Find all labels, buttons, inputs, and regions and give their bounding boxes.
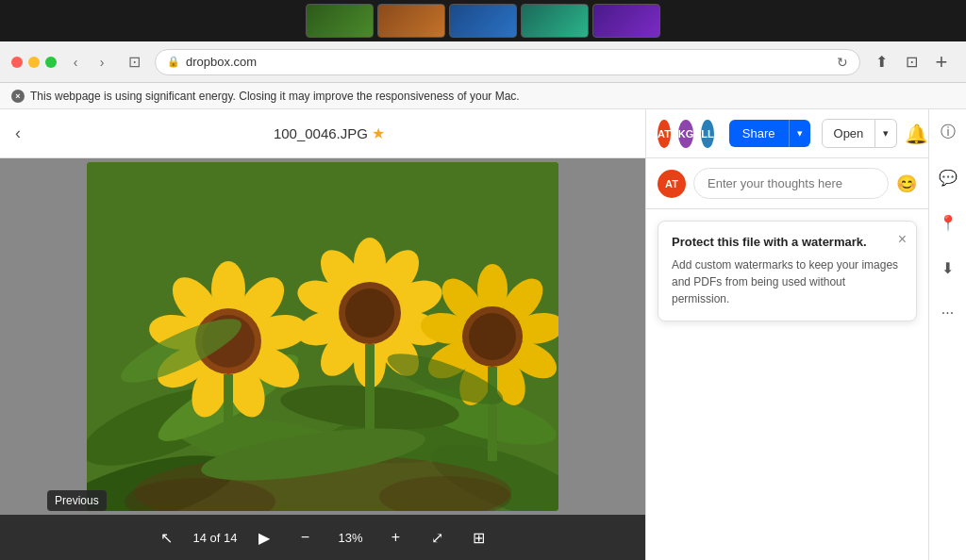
viewer-header: ‹ 100_0046.JPG ★ xyxy=(0,109,645,158)
download-icon: ⬇ xyxy=(941,259,954,277)
favorite-star-icon[interactable]: ★ xyxy=(372,125,385,141)
tab-view-button[interactable]: ⊡ xyxy=(121,49,147,75)
file-name-text: 100_0046.JPG xyxy=(274,125,368,141)
next-page-button[interactable]: ▶ xyxy=(249,522,279,552)
activity-sidebar-button[interactable]: 📍 xyxy=(933,207,963,238)
avatar-kg-initials: KG xyxy=(678,128,694,140)
svg-point-47 xyxy=(469,313,516,360)
more-icon: ··· xyxy=(941,305,954,321)
right-panel-header: AT KG LL Share ▾ Open ▾ 🔔 xyxy=(646,109,928,158)
comment-input[interactable] xyxy=(693,168,889,199)
address-bar[interactable]: 🔒 dropbox.com ↻ xyxy=(155,49,860,75)
previous-tooltip: Previous xyxy=(47,490,107,511)
next-icon: ▶ xyxy=(258,529,270,547)
watermark-popup-body: Add custom watermarks to keep your image… xyxy=(672,256,903,307)
download-sidebar-button[interactable]: ⬇ xyxy=(933,253,963,283)
video-thumb-3[interactable] xyxy=(449,4,517,38)
viewer-area: ‹ 100_0046.JPG ★ xyxy=(0,109,645,560)
viewer-back-button[interactable]: ‹ xyxy=(15,124,21,143)
add-bookmark-button[interactable]: ⊡ xyxy=(898,49,924,75)
notifications-button[interactable]: 🔔 xyxy=(905,123,928,145)
grid-icon: ⊞ xyxy=(473,529,485,547)
share-button[interactable]: Share xyxy=(729,120,789,147)
emoji-button[interactable]: 😊 xyxy=(896,173,917,194)
comments-sidebar-button[interactable]: 💬 xyxy=(933,162,963,192)
maximize-window-button[interactable] xyxy=(45,57,57,68)
avatar-at-initials: AT xyxy=(658,128,671,140)
svg-rect-48 xyxy=(488,367,497,461)
browser-chrome: ‹ › ⊡ 🔒 dropbox.com ↻ ⬆ ⊡ + xyxy=(0,41,966,83)
zoom-in-icon: + xyxy=(391,529,400,546)
forward-button[interactable]: › xyxy=(91,51,113,74)
activity-icon: 📍 xyxy=(939,214,958,232)
page-count-text: 14 of 14 xyxy=(193,531,238,545)
fullscreen-icon: ⤢ xyxy=(431,529,443,547)
main-content: ‹ 100_0046.JPG ★ xyxy=(0,109,966,560)
zoom-in-button[interactable]: + xyxy=(381,522,411,552)
avatar-kg: KG xyxy=(678,120,694,148)
right-panel: AT KG LL Share ▾ Open ▾ 🔔 AT xyxy=(645,109,928,560)
grid-view-button[interactable]: ⊞ xyxy=(464,522,494,552)
flower-image xyxy=(87,162,558,511)
bell-icon: 🔔 xyxy=(905,124,928,144)
open-dropdown-button[interactable]: ▾ xyxy=(875,119,897,148)
zoom-level-text: 13% xyxy=(332,531,370,545)
share-dropdown-button[interactable]: ▾ xyxy=(789,120,810,147)
comment-avatar: AT xyxy=(658,170,686,198)
minimize-window-button[interactable] xyxy=(28,57,40,68)
avatar-ll-initials: LL xyxy=(701,128,713,140)
info-icon: ⓘ xyxy=(941,123,956,142)
new-tab-button[interactable]: + xyxy=(928,49,955,75)
cursor-tool-button[interactable]: ↖ xyxy=(152,522,182,552)
video-thumb-5[interactable] xyxy=(592,4,660,38)
warning-close-button[interactable]: × xyxy=(11,90,25,103)
energy-warning-text: This webpage is using significant energy… xyxy=(30,90,520,103)
watermark-popup: × Protect this file with a watermark. Ad… xyxy=(658,221,917,321)
info-sidebar-button[interactable]: ⓘ xyxy=(933,117,963,147)
right-sidebar-icons: ⓘ 💬 📍 ⬇ ··· xyxy=(928,109,966,560)
back-button[interactable]: ‹ xyxy=(64,51,87,74)
refresh-button[interactable]: ↻ xyxy=(837,55,848,70)
svg-point-35 xyxy=(345,288,394,338)
video-thumb-1[interactable] xyxy=(306,4,374,38)
lock-icon: 🔒 xyxy=(167,56,180,68)
traffic-lights xyxy=(11,57,57,68)
video-thumb-2[interactable] xyxy=(377,4,445,38)
avatar-at: AT xyxy=(658,120,671,148)
image-container xyxy=(0,158,645,515)
open-button[interactable]: Open xyxy=(822,119,876,148)
zoom-out-button[interactable]: − xyxy=(291,522,321,552)
energy-warning-bar: × This webpage is using significant ener… xyxy=(0,83,966,109)
url-text: dropbox.com xyxy=(186,55,257,69)
close-window-button[interactable] xyxy=(11,57,23,68)
nav-buttons: ‹ › xyxy=(64,51,113,74)
fullscreen-button[interactable]: ⤢ xyxy=(423,522,453,552)
zoom-out-icon: − xyxy=(301,529,309,546)
file-title: 100_0046.JPG ★ xyxy=(28,124,630,142)
cursor-icon: ↖ xyxy=(160,529,173,547)
watermark-popup-title: Protect this file with a watermark. xyxy=(672,235,903,249)
share-page-button[interactable]: ⬆ xyxy=(868,49,894,75)
comment-sidebar-icon: 💬 xyxy=(939,169,958,187)
video-bar xyxy=(0,0,966,41)
video-thumb-4[interactable] xyxy=(521,4,589,38)
popup-close-button[interactable]: × xyxy=(898,231,907,248)
browser-actions: ⬆ ⊡ + xyxy=(868,49,955,75)
more-sidebar-button[interactable]: ··· xyxy=(933,298,963,328)
comment-avatar-initials: AT xyxy=(665,178,678,189)
comment-area: AT 😊 xyxy=(646,158,928,209)
avatar-ll: LL xyxy=(701,120,713,148)
bottom-toolbar: ↖ 14 of 14 ▶ − 13% + ⤢ ⊞ xyxy=(0,515,645,560)
